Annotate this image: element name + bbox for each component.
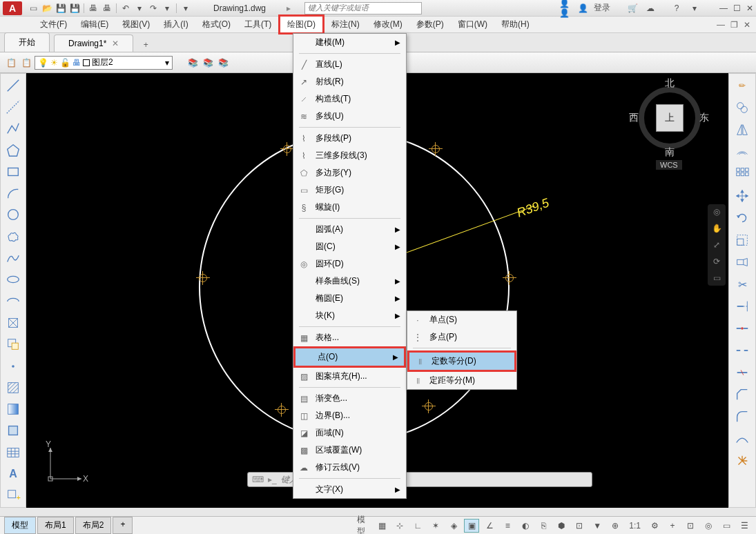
hardware-accel-icon[interactable]: ⊡ bbox=[683, 519, 698, 533]
menu-modeling[interactable]: 建模(M)▶ bbox=[293, 34, 406, 51]
revcloud-tool[interactable] bbox=[3, 228, 23, 245]
menu-polyline[interactable]: ⌇多段线(P) bbox=[293, 130, 406, 147]
layer-tool-icon[interactable]: 📚 bbox=[186, 56, 200, 70]
window-close[interactable]: ✕ bbox=[746, 3, 753, 13]
login-label[interactable]: 登录 bbox=[594, 2, 610, 14]
model-tab[interactable]: 模型 bbox=[4, 517, 36, 534]
user-icon[interactable]: 👤 bbox=[577, 3, 588, 14]
menu-polygon[interactable]: ⬠多边形(Y) bbox=[293, 164, 406, 181]
workspace-switch-icon[interactable]: ⚙ bbox=[647, 519, 662, 533]
tab-drawing[interactable]: Drawing1* ✕ bbox=[54, 34, 133, 52]
fillet-tool[interactable] bbox=[732, 408, 753, 426]
polyline-tool[interactable] bbox=[3, 120, 23, 137]
modelspace-toggle[interactable]: 模型 bbox=[356, 519, 371, 533]
copy-tool[interactable] bbox=[732, 99, 753, 117]
layer-properties-icon[interactable]: 📋 bbox=[4, 56, 18, 70]
isodraft-toggle[interactable]: ◈ bbox=[446, 519, 461, 533]
layout-add[interactable]: + bbox=[113, 517, 133, 534]
tab-add-button[interactable]: + bbox=[139, 38, 153, 52]
saveas-icon[interactable]: 💾 bbox=[69, 3, 80, 14]
arc-tool[interactable] bbox=[3, 184, 23, 201]
grid-toggle[interactable]: ▦ bbox=[374, 519, 389, 533]
help-icon[interactable]: ? bbox=[671, 3, 682, 14]
extend-tool[interactable] bbox=[732, 297, 753, 315]
scale-tool[interactable] bbox=[732, 231, 753, 249]
search-input[interactable] bbox=[308, 3, 418, 12]
submenu-measure[interactable]: ⫴定距等分(M) bbox=[407, 372, 516, 389]
undo-icon[interactable]: ↶ bbox=[120, 3, 131, 14]
point-tool[interactable] bbox=[3, 357, 23, 375]
menu-ellipse[interactable]: 椭圆(E)▶ bbox=[293, 290, 406, 307]
menu-format[interactable]: 格式(O) bbox=[195, 17, 238, 32]
break-at-point-tool[interactable] bbox=[732, 319, 753, 337]
rotate-tool[interactable] bbox=[732, 209, 753, 227]
submenu-divide[interactable]: ⫴定数等分(D) bbox=[407, 350, 516, 372]
table-tool[interactable] bbox=[3, 444, 23, 461]
layer-combo[interactable]: 💡 ☀ 🔓 🖶 图层2 ▾ bbox=[35, 56, 173, 70]
menu-parametric[interactable]: 参数(P) bbox=[409, 17, 451, 32]
rectangle-tool[interactable] bbox=[3, 163, 23, 180]
cart-icon[interactable]: 🛒 bbox=[627, 3, 638, 14]
xline-tool[interactable] bbox=[3, 98, 23, 115]
steering-wheel-icon[interactable]: ◎ bbox=[713, 207, 720, 217]
layout1-tab[interactable]: 布局1 bbox=[37, 517, 74, 534]
move-tool[interactable] bbox=[732, 187, 753, 205]
menu-text[interactable]: 文字(X)▶ bbox=[293, 481, 406, 498]
menu-polyline3d[interactable]: ⌇三维多段线(3) bbox=[293, 147, 406, 164]
menu-view[interactable]: 视图(V) bbox=[115, 17, 157, 32]
mirror-tool[interactable] bbox=[732, 121, 753, 139]
window-minimize[interactable]: — bbox=[719, 3, 728, 13]
trim-tool[interactable]: ✂ bbox=[732, 275, 753, 293]
menu-help[interactable]: 帮助(H) bbox=[494, 17, 536, 32]
menu-insert[interactable]: 插入(I) bbox=[157, 17, 195, 32]
menu-edit[interactable]: 编辑(E) bbox=[74, 17, 115, 32]
menu-circle[interactable]: 圆(C)▶ bbox=[293, 238, 406, 255]
zoom-extents-icon[interactable]: ⤢ bbox=[713, 240, 720, 250]
menu-arc[interactable]: 圆弧(A)▶ bbox=[293, 221, 406, 238]
ellipse-arc-tool[interactable] bbox=[3, 293, 23, 310]
customize-icon[interactable]: ☰ bbox=[737, 519, 752, 533]
open-icon[interactable]: 📂 bbox=[41, 3, 52, 14]
chamfer-tool[interactable] bbox=[732, 386, 753, 404]
app-logo[interactable]: A bbox=[3, 1, 22, 15]
circle-tool[interactable] bbox=[3, 206, 23, 224]
ellipse-tool[interactable] bbox=[3, 271, 23, 288]
selection-filter[interactable]: ▼ bbox=[590, 519, 605, 533]
menu-xline[interactable]: ⟋构造线(T) bbox=[293, 90, 406, 108]
showmotion-icon[interactable]: ▭ bbox=[713, 273, 721, 283]
dynamic-ucs-toggle[interactable]: ⊡ bbox=[572, 519, 587, 533]
region-tool[interactable] bbox=[3, 422, 23, 439]
gizmo-toggle[interactable]: ⊕ bbox=[608, 519, 623, 533]
search-box[interactable] bbox=[304, 2, 422, 14]
array-tool[interactable] bbox=[732, 165, 753, 183]
clean-screen-icon[interactable]: ▭ bbox=[719, 519, 734, 533]
ortho-toggle[interactable]: ∟ bbox=[410, 519, 425, 533]
window-maximize[interactable]: ☐ bbox=[733, 3, 741, 13]
viewcube[interactable]: 上 北 南 西 东 WCS bbox=[632, 80, 708, 170]
wcs-label[interactable]: WCS bbox=[656, 160, 682, 170]
cloud-icon[interactable]: ☁ bbox=[645, 3, 656, 14]
sign-in-icon[interactable]: 👤👤 bbox=[559, 3, 570, 14]
doc-restore[interactable]: ❐ bbox=[730, 20, 738, 30]
layer-tool2-icon[interactable]: 📚 bbox=[201, 56, 215, 70]
menu-point[interactable]: 点(O)▶ bbox=[293, 346, 406, 368]
doc-close[interactable]: ✕ bbox=[744, 20, 750, 30]
help-drop-icon[interactable]: ▾ bbox=[689, 3, 700, 14]
erase-tool[interactable]: ✏ bbox=[732, 77, 753, 95]
snap-toggle[interactable]: ⊹ bbox=[392, 519, 407, 533]
addselected-tool[interactable]: + bbox=[3, 487, 23, 504]
insert-block-tool[interactable] bbox=[3, 314, 23, 331]
new-icon[interactable]: ▭ bbox=[28, 3, 39, 14]
menu-boundary[interactable]: ◫边界(B)... bbox=[293, 407, 406, 424]
menu-spline[interactable]: 样条曲线(S)▶ bbox=[293, 273, 406, 290]
annotation-monitor-icon[interactable]: + bbox=[665, 519, 680, 533]
menu-donut[interactable]: ◎圆环(D) bbox=[293, 255, 406, 273]
cmd-history-icon[interactable]: ⌨ bbox=[252, 475, 264, 484]
menu-multiline[interactable]: ≋多线(U) bbox=[293, 108, 406, 125]
menu-window[interactable]: 窗口(W) bbox=[451, 17, 494, 32]
tab-close-icon[interactable]: ✕ bbox=[112, 39, 119, 48]
plot-icon[interactable]: 🖶 bbox=[88, 3, 99, 14]
join-tool[interactable] bbox=[732, 364, 753, 382]
make-block-tool[interactable] bbox=[3, 336, 23, 353]
gradient-tool[interactable] bbox=[3, 400, 23, 417]
